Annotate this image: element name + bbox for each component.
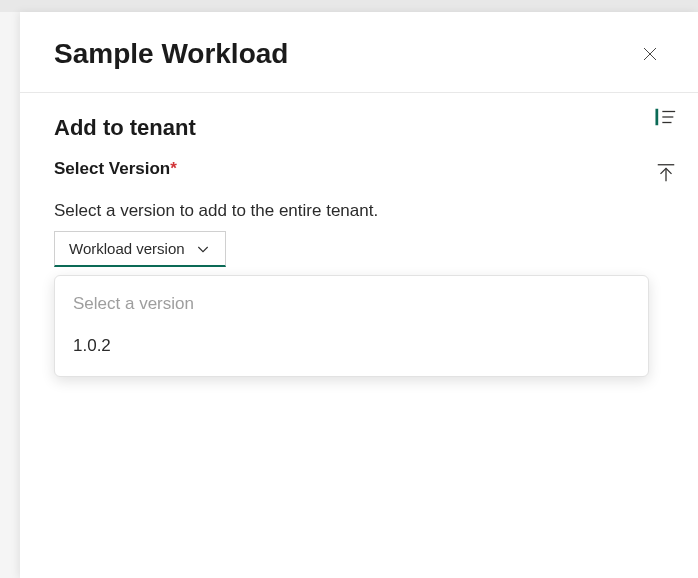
panel-title: Sample Workload	[54, 38, 288, 70]
field-label: Select Version*	[54, 159, 664, 179]
section-title: Add to tenant	[54, 115, 664, 141]
helper-text: Select a version to add to the entire te…	[54, 201, 664, 221]
scroll-top-button[interactable]	[652, 159, 680, 187]
arrow-up-to-line-icon	[655, 162, 677, 184]
list-view-button[interactable]	[652, 103, 680, 131]
field-label-text: Select Version	[54, 159, 170, 178]
side-panel: Sample Workload	[20, 12, 698, 578]
version-dropdown-menu: Select a version 1.0.2	[54, 275, 649, 377]
panel-header: Sample Workload	[20, 12, 698, 93]
chevron-down-icon	[195, 241, 211, 257]
close-icon	[641, 45, 659, 63]
right-toolbar	[652, 103, 680, 187]
list-lines-icon	[655, 106, 677, 128]
dropdown-option[interactable]: 1.0.2	[55, 324, 648, 368]
dropdown-placeholder: Select a version	[55, 284, 648, 324]
version-dropdown-trigger[interactable]: Workload version	[54, 231, 226, 267]
required-marker: *	[170, 159, 177, 178]
close-button[interactable]	[636, 40, 664, 68]
dropdown-trigger-label: Workload version	[69, 240, 185, 257]
panel-body: Add to tenant Select Version* Select a v…	[20, 93, 698, 399]
